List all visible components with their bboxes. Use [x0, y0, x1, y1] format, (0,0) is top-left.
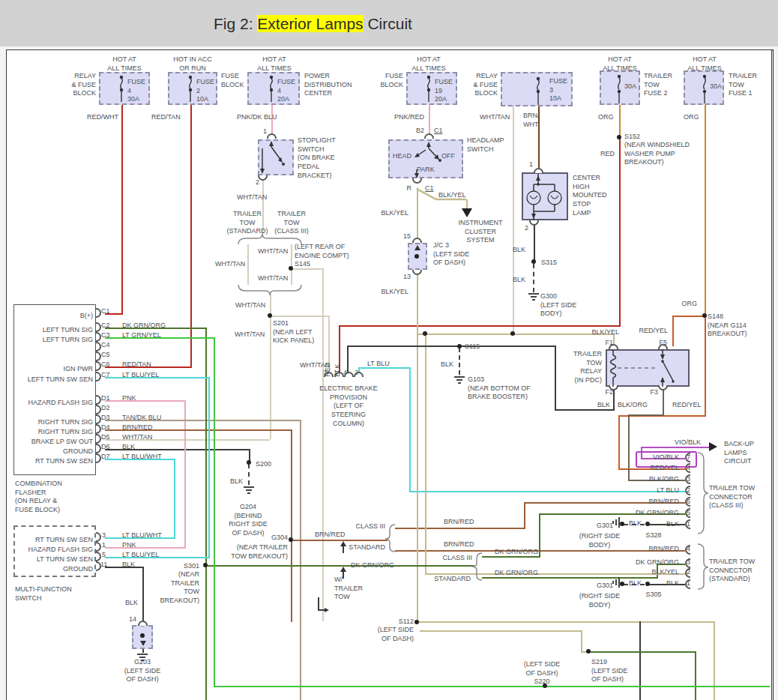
fn-left-turn-sw-sen: LEFT TURN SW SEN	[28, 375, 93, 384]
w-brnred-2: BRN/RED	[648, 498, 679, 507]
title-highlight: Exterior Lamps	[257, 15, 363, 32]
wire-wht-tan	[322, 268, 324, 621]
w-ltbluwht-1: LT BLU/WHT	[122, 453, 162, 462]
fn-ign-pwr: IGN PWR	[64, 365, 94, 374]
splice-s152	[617, 135, 621, 139]
pin-c4: C4	[101, 341, 110, 350]
w-redyel-1: RED/YEL	[639, 327, 668, 336]
wire-pnk	[105, 400, 186, 402]
wire-blk	[534, 223, 535, 261]
pin-1-c3: 1	[687, 520, 690, 529]
pin-r: R	[407, 184, 412, 193]
fn-brake-lp: BRAKE LP SW OUT	[31, 438, 93, 447]
ground-g103-icon	[454, 376, 465, 384]
w-brnred-1: BRN/RED	[122, 423, 153, 432]
splice-g301a	[620, 522, 624, 526]
w-blk-6: BLK	[125, 599, 138, 608]
w-org-1: ORG	[598, 113, 614, 122]
ground-g204-icon	[244, 486, 254, 494]
pin-c3: C3	[101, 331, 110, 340]
pin-14: 14	[129, 615, 136, 624]
w-whttan-1: WHT/TAN	[237, 193, 267, 202]
wtt-lead-line	[318, 609, 325, 611]
fn-b-plus: B(+)	[80, 312, 93, 321]
wire-red-yel	[672, 316, 706, 317]
g301b: G301	[597, 582, 613, 591]
w-blkorg-1: BLK/ORG	[618, 401, 648, 410]
fn-hazard-2: HAZARD FLASH SIG	[28, 546, 93, 555]
pin-arc	[424, 133, 434, 139]
w-blk-3: BLK	[122, 443, 135, 452]
s219-label: S219 (LEFT SIDE OF DASH)	[591, 658, 627, 684]
wire-blk-yel	[420, 630, 581, 632]
w-org-3: ORG	[681, 300, 697, 309]
w-pnk-1: PNK	[122, 394, 136, 403]
wire-pnk	[184, 400, 186, 547]
w-org-2: ORG	[684, 113, 699, 122]
hot-2: HOT IN ACC OR RUN	[173, 55, 211, 73]
wire-wht-tan	[270, 294, 271, 316]
fuse5-text: FUSE 3 10A	[549, 77, 567, 103]
splice-s315	[531, 259, 536, 264]
fn-ground-2: GROUND	[63, 565, 93, 574]
ground-g300-icon	[528, 293, 539, 301]
wire-lt-grn-yel	[214, 337, 215, 687]
g300-label: G300 (LEFT SIDE BODY)	[540, 292, 576, 319]
wire-brn-red	[291, 540, 388, 541]
w-blkyel-4: BLK/YEL	[591, 328, 619, 337]
wire-org	[705, 105, 706, 316]
w-pnkred: PNK/RED	[394, 113, 424, 122]
fuse-element-icon	[267, 75, 276, 102]
wire-red	[619, 137, 621, 325]
wire-blk-yel	[417, 273, 418, 623]
fuse-block-4: FUSE BLOCK	[380, 72, 403, 89]
pin-1-mfs: 1	[102, 541, 106, 550]
wire-blk-yel	[417, 621, 714, 623]
fuse1-text: FUSE 4 30A	[127, 78, 145, 104]
g203-label: G203 (LEFT SIDE OF DASH)	[124, 658, 160, 684]
stoplight-switch-icon	[258, 139, 294, 175]
g203-dot	[140, 633, 145, 638]
pin-6-c3: 6	[687, 498, 690, 507]
wire-blk-yel	[425, 334, 426, 573]
pin-f2: F2	[605, 388, 613, 397]
standard-b: STANDARD	[434, 575, 471, 584]
power-dist-center: POWER DISTRIBUTION CENTER	[304, 72, 352, 98]
wire-lt-grn-yel	[214, 686, 770, 687]
stoplight-label: STOPLIGHT SWITCH (ON BRAKE PEDAL BRACKET…	[298, 136, 336, 180]
w-blkyel-5: BLK/YEL	[651, 568, 679, 577]
w-redwht-1: RED/WHT	[87, 113, 118, 122]
s152: S152	[624, 133, 640, 142]
pin-3-c3: 3	[687, 475, 690, 484]
mfs-label: MULTI-FUNCTION SWITCH	[15, 585, 72, 603]
w-brnred-6: BRN/RED	[444, 540, 474, 549]
g301b-loc: (RIGHT SIDE BODY)	[579, 592, 620, 609]
tt-relay-label: TRAILER TOW RELAY (IN PDC)	[573, 350, 602, 385]
class3-b: CLASS III	[442, 554, 472, 563]
w-vioblk-1: VIO/BLK	[675, 438, 701, 447]
brace-dk-grn-icon	[471, 552, 483, 582]
pin-c2: C2	[101, 322, 110, 331]
w-ltbluyel-2: LT BLU/YEL	[122, 551, 159, 560]
fuse-element-icon	[117, 75, 126, 102]
fn-right-turn-1: RIGHT TURN SIG	[38, 418, 93, 427]
w-whttan-3: WHT/TAN	[215, 260, 245, 269]
wiring-diagram-page: Fig 2: Exterior Lamps Circuit	[0, 0, 778, 700]
diagram-border-right	[771, 49, 772, 700]
w-blk-10: BLK	[629, 519, 642, 528]
pin-c1-top: C1	[434, 127, 443, 136]
wtt-stub-1	[343, 546, 344, 553]
w-blk-11: BLK	[666, 579, 679, 588]
w-blk-8: BLK	[597, 401, 610, 410]
wire-blk-org	[628, 414, 630, 480]
pin-c6: C6	[101, 360, 110, 369]
wire-blk-org	[663, 387, 664, 416]
headlamp-label: HEADLAMP SWITCH	[467, 136, 504, 154]
w-blkorg-2: BLK/ORG	[649, 475, 679, 484]
s152-loc: (NEAR WINDSHIELD WASHER PUMP BREAKOUT)	[624, 141, 690, 167]
w-dkgrnorg-3: DK GRN/ORG	[636, 558, 679, 567]
w-whttan-6: WHT/TAN	[235, 331, 265, 340]
wtt-lead-line	[318, 597, 319, 610]
jc3-arrow-icon	[414, 245, 420, 250]
title-suffix: Circuit	[364, 15, 412, 32]
